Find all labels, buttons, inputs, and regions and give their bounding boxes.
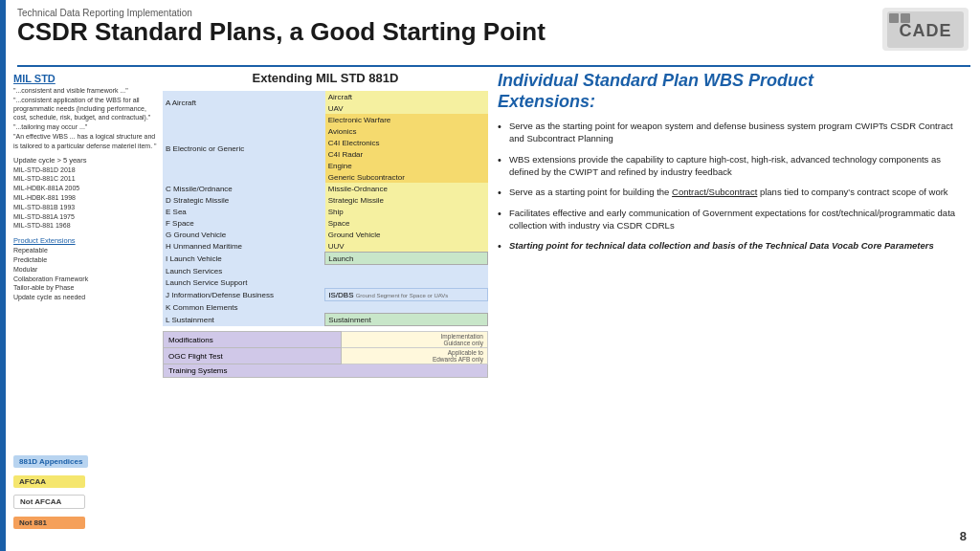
table-row: Training Systems — [164, 364, 488, 378]
wbs-right-aircraft: Aircraft — [325, 91, 488, 102]
bullet-5: Starting point for technical data collec… — [498, 239, 969, 252]
center-title: Extending MIL STD 881D — [163, 71, 488, 85]
wbs-right-ship: Ship — [325, 206, 488, 217]
table-row: B Electronic or Generic Electronic Warfa… — [163, 114, 488, 125]
wbs-right-space: Space — [325, 217, 488, 229]
wbs-right-uuv: UUV — [325, 240, 488, 253]
wbs-right-engine: Engine — [325, 160, 488, 171]
logo: CADE — [882, 8, 969, 51]
center-section: Extending MIL STD 881D A Aircraft Aircra… — [163, 71, 488, 378]
badge-not-afcaa: Not AFCAA — [13, 495, 85, 509]
badge-881d: 881D Appendices — [13, 455, 88, 468]
badge-not-881: Not 881 — [13, 517, 85, 529]
wbs-left-b: B Electronic or Generic — [163, 114, 325, 183]
sidebar-update: Update cycle > 5 years MIL-STD-881D 2018… — [13, 156, 162, 231]
wbs-left-h: H Unmanned Maritime — [163, 240, 325, 253]
sidebar-quote-1: "...consistent and visible framework ...… — [13, 86, 162, 95]
wbs-right-avionics: Avionics — [325, 125, 488, 137]
product-item-6: Update cycle as needed — [13, 293, 162, 302]
left-sidebar: MIL STD "...consistent and visible frame… — [13, 73, 162, 302]
header-divider — [17, 65, 970, 67]
table-row: K Common Elements — [163, 301, 488, 314]
product-item-1: Repeatable — [13, 246, 162, 255]
wbs-right-c4i-elec: C4I Electronics — [325, 137, 488, 148]
update-item-7: MIL-STD-881 1968 — [13, 221, 162, 231]
badge-afcaa: AFCAA — [13, 475, 85, 488]
bullet-3: Serve as a starting point for building t… — [498, 186, 969, 198]
wbs-left-a: A Aircraft — [163, 91, 325, 114]
sidebar-quote-3: "...tailoring may occur ..." — [13, 122, 162, 131]
update-cycle: Update cycle > 5 years — [13, 156, 162, 165]
product-item-4: Collaboration Framework — [13, 275, 162, 284]
wbs-right-launch: Launch — [325, 253, 488, 265]
right-title-line2: Extensions: — [498, 92, 595, 111]
update-item-4: MIL-HDBK-881 1998 — [13, 193, 162, 203]
page-number: 8 — [960, 529, 967, 543]
wbs-left-i: I Launch Vehicle — [163, 253, 325, 265]
wbs-left-l: L Sustainment — [163, 314, 325, 326]
mod-impl-note: ImplementationGuidance only — [342, 332, 488, 348]
table-row: Launch Services — [163, 265, 488, 277]
table-row: E Sea Ship — [163, 206, 488, 217]
wbs-right-ground: Ground Vehicle — [325, 229, 488, 240]
table-row: C Missile/Ordnance Missile-Ordnance — [163, 183, 488, 194]
update-item-6: MIL-STD-881A 1975 — [13, 212, 162, 222]
svg-rect-3 — [901, 13, 910, 23]
table-row: H Unmanned Maritime UUV — [163, 240, 488, 253]
wbs-right-missile: Missile-Ordnance — [325, 183, 488, 194]
right-title-line1: Individual Standard Plan WBS Product — [498, 71, 813, 90]
mod-table: Modifications ImplementationGuidance onl… — [163, 331, 488, 378]
wbs-left-j: J Information/Defense Business — [163, 289, 325, 301]
wbs-right-j: IS/DBS Ground Segment for Space or UAVs — [325, 289, 488, 301]
svg-rect-2 — [889, 13, 899, 23]
table-row: J Information/Defense Business IS/DBS Gr… — [163, 289, 488, 301]
wbs-right-c4i-radar: C4I Radar — [325, 148, 488, 160]
mod-training: Training Systems — [164, 364, 488, 378]
logo-image: CADE — [882, 8, 969, 51]
right-bullets-list: Serve as the starting point for weapon s… — [498, 120, 969, 252]
product-item-2: Predictable — [13, 255, 162, 265]
product-item-5: Tailor-able by Phase — [13, 283, 162, 293]
wbs-right-ew: Electronic Warfare — [325, 114, 488, 125]
table-row: G Ground Vehicle Ground Vehicle — [163, 229, 488, 240]
wbs-right-sustainment: Sustainment — [325, 314, 488, 326]
wbs-left-c: C Missile/Ordnance — [163, 183, 325, 194]
table-row: L Sustainment Sustainment — [163, 314, 488, 326]
sidebar-product-ext: Product Extensions Repeatable Predictabl… — [13, 236, 162, 302]
sidebar-quote-2: "...consistent application of the WBS fo… — [13, 96, 162, 121]
wbs-left-d: D Strategic Missile — [163, 194, 325, 206]
right-section: Individual Standard Plan WBS Product Ext… — [498, 71, 969, 260]
bold-italic-text: Starting point for technical data collec… — [509, 240, 934, 251]
header-title: CSDR Standard Plans, a Good Starting Poi… — [17, 18, 970, 46]
wbs-table: A Aircraft Aircraft UAV B Electronic or … — [163, 91, 488, 326]
update-item-1: MIL-STD-881D 2018 — [13, 165, 162, 175]
update-item-2: MIL-STD-881C 2011 — [13, 174, 162, 184]
bullet-4: Facilitates effective and early communic… — [498, 207, 969, 232]
table-row: F Space Space — [163, 217, 488, 229]
table-row: A Aircraft Aircraft — [163, 91, 488, 102]
update-item-5: MIL-STD-881B 1993 — [13, 203, 162, 212]
table-row: Launch Service Support — [163, 276, 488, 289]
bullet-2: WBS extensions provide the capability to… — [498, 153, 969, 179]
wbs-right-strategic: Strategic Missile — [325, 194, 488, 206]
wbs-left-f: F Space — [163, 217, 325, 229]
wbs-launch-service-support: Launch Service Support — [163, 276, 488, 289]
table-row: OGC Flight Test Applicable toEdwards AFB… — [164, 348, 488, 364]
underline-contract: Contract/Subcontract — [672, 187, 757, 197]
wbs-launch-services: Launch Services — [163, 265, 488, 277]
product-item-3: Modular — [13, 265, 162, 275]
wbs-left-e: E Sea — [163, 206, 325, 217]
right-title: Individual Standard Plan WBS Product Ext… — [498, 71, 969, 112]
sidebar-badges: 881D Appendices AFCAA Not AFCAA Not 881 — [13, 451, 100, 532]
mil-std-label: MIL STD — [13, 73, 162, 84]
product-ext-label: Product Extensions — [13, 236, 162, 245]
bullet-1: Serve as the starting point for weapon s… — [498, 120, 969, 145]
svg-text:CADE: CADE — [899, 21, 951, 40]
update-item-3: MIL-HDBK-881A 2005 — [13, 184, 162, 193]
wbs-left-g: G Ground Vehicle — [163, 229, 325, 240]
wbs-right-generic-sub: Generic Subcontractor — [325, 171, 488, 183]
mod-ogc-note: Applicable toEdwards AFB only — [342, 348, 488, 364]
table-row: D Strategic Missile Strategic Missile — [163, 194, 488, 206]
mod-ogc: OGC Flight Test — [164, 348, 342, 364]
wbs-right-uav: UAV — [325, 102, 488, 114]
